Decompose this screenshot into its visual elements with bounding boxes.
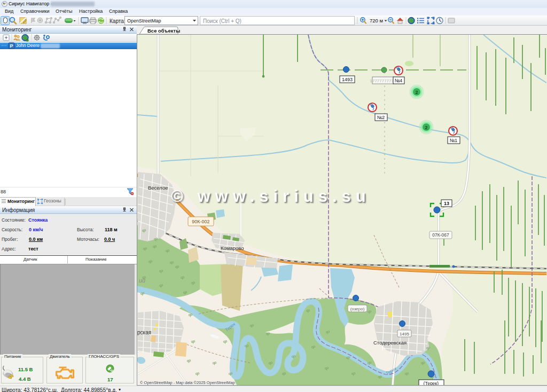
svg-text:Веселое: Веселое	[148, 185, 168, 191]
svg-text:720 м: 720 м	[370, 18, 383, 23]
svg-text:2: 2	[415, 90, 418, 95]
svg-text:(озеро): (озеро)	[350, 307, 365, 311]
svg-text:2: 2	[425, 125, 427, 130]
svg-text:№2: №2	[377, 115, 385, 120]
svg-text:© www.sirius.su: © www.sirius.su	[171, 187, 371, 206]
svg-text:1493: 1493	[342, 77, 353, 82]
svg-text:17777777777: 17777777777	[370, 79, 396, 83]
svg-text:№1: №1	[450, 138, 458, 143]
svg-text:P: P	[10, 43, 13, 49]
svg-text:Стодеревская: Стодеревская	[373, 340, 407, 346]
svg-text:90К-002: 90К-002	[192, 219, 209, 224]
svg-text:Комарово: Комарово	[221, 245, 244, 251]
svg-text:1495: 1495	[400, 332, 409, 336]
svg-text:© OpenStreetMap - Map data ©20: © OpenStreetMap - Map data ©2025 OpenStr…	[140, 380, 235, 385]
svg-text:13: 13	[444, 201, 449, 206]
svg-text:№4: №4	[395, 78, 403, 83]
svg-text:рская: рская	[137, 330, 151, 335]
svg-text:07К-067: 07К-067	[432, 232, 449, 238]
svg-text:ий: ий	[139, 277, 145, 284]
svg-text:(Терек): (Терек)	[424, 381, 439, 386]
